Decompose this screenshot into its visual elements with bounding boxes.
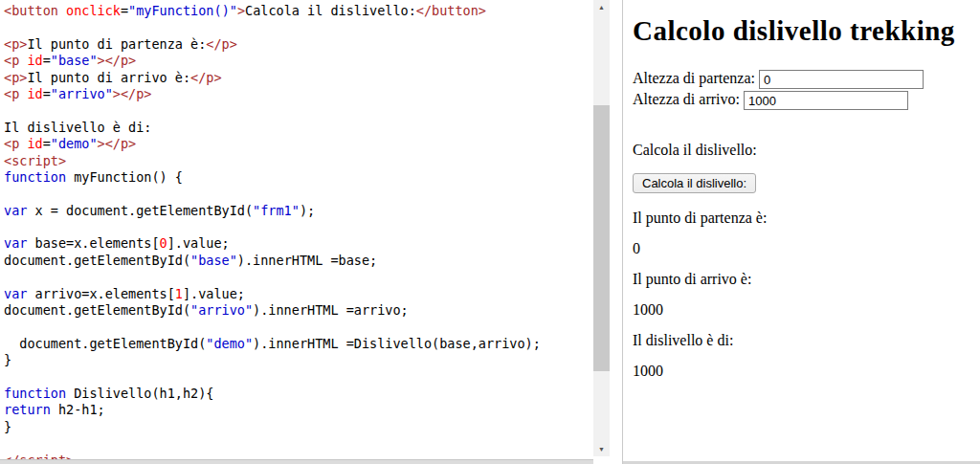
code-line: document.getElementById("arrivo").innerH… [4, 302, 591, 319]
code-token: document.getElementById( [4, 253, 190, 268]
scroll-down-icon[interactable]: ▼ [593, 442, 610, 456]
code-token: </p> [206, 36, 237, 52]
code-line: Il dislivello è di: [4, 120, 591, 136]
code-token: function [4, 169, 66, 185]
code-token: return [4, 402, 51, 417]
code-line: <p>Il punto di arrivo è:</p> [4, 70, 591, 86]
code-token: <p [4, 86, 19, 101]
code-token: "myFunction()" [128, 3, 237, 18]
partenza-input[interactable] [759, 70, 924, 89]
code-token: "arrivo" [190, 302, 253, 318]
code-token: <p> [4, 36, 27, 52]
code-token: document.getElementById( [4, 336, 206, 351]
code-line: document.getElementById("demo").innerHTM… [4, 336, 591, 352]
code-token: ></p> [113, 86, 152, 101]
code-token: Il dislivello è di: [4, 120, 151, 135]
code-line [4, 219, 591, 235]
code-token: "demo" [206, 336, 253, 351]
code-token: = [43, 86, 51, 101]
form-row-arrivo: Altezza di arrivo: [633, 89, 980, 110]
arrivo-input[interactable] [744, 91, 908, 110]
code-line: <p id="demo"></p> [4, 136, 591, 152]
code-token: <button [4, 3, 58, 18]
code-token: "base" [190, 253, 237, 268]
code-line: document.getElementById("base").innerHTM… [4, 253, 591, 269]
code-line [4, 102, 591, 119]
calc-prompt-text: Calcola il dislivello: [633, 142, 980, 159]
height-form: Altezza di partenza: Altezza di arrivo: [633, 68, 980, 110]
code-line: } [4, 352, 591, 368]
code-token: ).innerHTML =arrivo; [253, 302, 409, 318]
dislivello-output-value: 1000 [633, 363, 980, 380]
code-token: ].value; [183, 286, 245, 301]
code-token: </button> [416, 3, 486, 18]
code-line: return h2-h1; [4, 402, 591, 418]
code-line: <p>Il punto di partenza è:</p> [4, 36, 591, 53]
arrivo-label: Altezza di arrivo: [633, 91, 740, 107]
code-token: <script> [4, 153, 66, 168]
code-token: = [43, 53, 51, 68]
code-line: <p id="arrivo"></p> [4, 86, 591, 102]
code-token: } [4, 419, 11, 434]
code-content[interactable]: <button onclick="myFunction()">Calcola i… [0, 0, 591, 460]
code-token: ></p> [98, 136, 137, 151]
code-token: h2-h1; [51, 402, 105, 417]
vertical-scrollbar[interactable]: ▲ ▼ [593, 0, 610, 456]
code-line [4, 269, 591, 285]
code-token: var [4, 286, 27, 301]
scrollbar-thumb[interactable] [593, 105, 610, 371]
code-token: </p> [190, 70, 222, 85]
code-line: var arrivo=x.elements[1].value; [4, 286, 591, 302]
code-token: function [4, 386, 66, 401]
code-token: = [43, 136, 51, 151]
code-token: id [27, 53, 42, 68]
code-token: myFunction() { [66, 169, 183, 185]
code-token: ).innerHTML =base; [237, 253, 377, 268]
form-row-partenza: Altezza di partenza: [633, 68, 980, 89]
code-token: Il punto di arrivo è: [27, 70, 190, 85]
code-token: "arrivo" [51, 86, 113, 101]
arrivo-output-value: 1000 [633, 301, 980, 319]
code-line: var base=x.elements[0].value; [4, 235, 591, 252]
code-token: Il punto di partenza è: [27, 36, 206, 52]
code-token: "base" [51, 53, 98, 68]
calcola-button[interactable]: Calcola il dislivello: [633, 173, 756, 193]
code-token: ].value; [167, 235, 230, 251]
code-token: > [237, 3, 245, 18]
code-token: arrivo=x.elements[ [27, 286, 174, 301]
dislivello-output-label: Il dislivello è di: [633, 332, 980, 349]
code-token: ></p> [98, 53, 137, 68]
code-line [4, 435, 591, 452]
code-line: function myFunction() { [4, 169, 591, 186]
scroll-up-icon[interactable]: ▲ [593, 0, 610, 14]
page-title: Calcolo dislivello trekking [633, 0, 980, 47]
code-line [4, 369, 591, 386]
arrivo-output-label: Il punto di arrivo è: [633, 271, 980, 288]
result-panel: Calcolo dislivello trekking Altezza di p… [623, 0, 980, 464]
code-line [4, 186, 591, 202]
code-token: <p [4, 136, 19, 151]
code-token: Calcola il dislivello: [245, 3, 416, 18]
code-token: ).innerHTML =Dislivello(base,arrivo); [253, 336, 541, 351]
code-line: var x = document.getElementById("frm1"); [4, 203, 591, 219]
partenza-output-value: 0 [633, 240, 980, 257]
code-line: <p id="base"></p> [4, 53, 591, 69]
code-token: Dislivello(h1,h2){ [66, 386, 213, 401]
code-token: id [27, 136, 42, 151]
code-line: function Dislivello(h1,h2){ [4, 386, 591, 402]
code-token: } [4, 352, 11, 367]
horizontal-scrollbar[interactable] [0, 459, 593, 464]
code-editor-panel: <button onclick="myFunction()">Calcola i… [0, 0, 623, 464]
code-token [58, 3, 66, 18]
code-line [4, 319, 591, 335]
code-token: x = document.getElementById( [27, 203, 253, 218]
code-token: "frm1" [253, 203, 300, 218]
code-token: onclick [66, 3, 121, 18]
code-token: 0 [160, 235, 167, 251]
tryit-editor-window: <button onclick="myFunction()">Calcola i… [0, 0, 980, 464]
code-token: <p> [4, 70, 27, 85]
code-token: base=x.elements[ [27, 235, 159, 251]
code-token: id [27, 86, 42, 101]
code-token: var [4, 235, 27, 251]
code-token: var [4, 203, 27, 218]
